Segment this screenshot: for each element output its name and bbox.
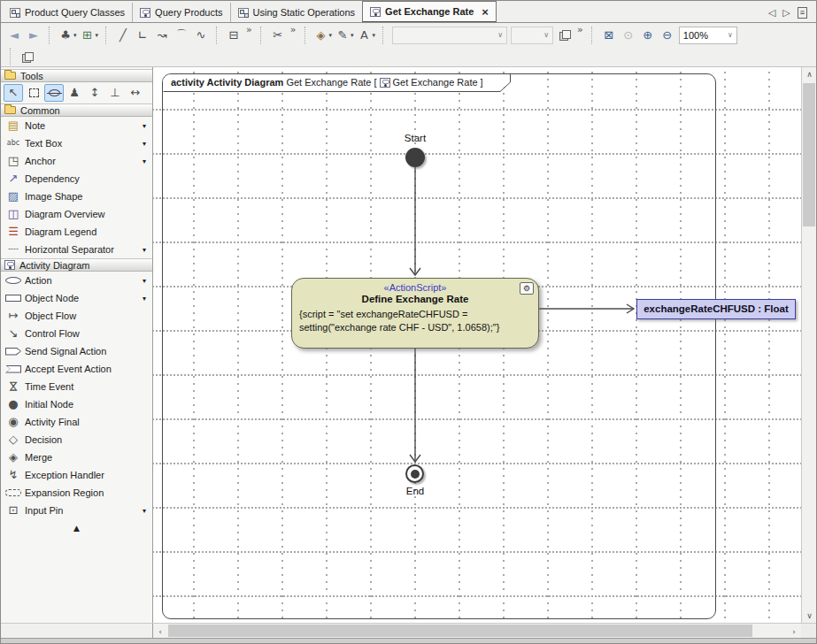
sidebar-item-control-flow[interactable]: ↘Control Flow <box>1 325 152 342</box>
straight-line-style-button[interactable]: ╱ <box>113 26 133 45</box>
tab-using-static-operations[interactable]: Using Static Operations <box>230 3 363 22</box>
forward-button[interactable]: ► <box>24 26 43 45</box>
chevron-down-icon: ▾ <box>96 32 99 39</box>
chevron-down-icon[interactable]: ▾ <box>143 507 146 515</box>
zoom-selection-button[interactable]: ⊙ <box>619 26 638 45</box>
sidebar-item-object-flow[interactable]: ↦Object Flow <box>1 307 152 325</box>
sidebar-item-expansion-region[interactable]: Expansion Region <box>1 484 152 502</box>
stereotype-combo[interactable]: ∨ <box>392 27 507 44</box>
reverse-order-tool[interactable]: ↔ <box>126 84 145 102</box>
zoom-out-button[interactable]: ⊖ <box>658 26 677 45</box>
sidebar-item-accept-event-action[interactable]: Accept Event Action <box>1 360 152 378</box>
object-node-exchange-rate[interactable]: exchangeRateCHFUSD : Float <box>636 299 796 319</box>
align-tool-icon: ⊥ <box>108 87 122 99</box>
tools-button-row: ↖♟↕⊥↔ <box>1 82 152 104</box>
image-shape-icon: ▨ <box>5 190 21 203</box>
oblique-line-style-button[interactable]: ↝ <box>152 26 172 45</box>
sidebar-item-image-shape[interactable]: ▨Image Shape <box>1 188 152 205</box>
align-tool[interactable]: ⊥ <box>105 84 125 102</box>
close-tab-icon[interactable]: × <box>482 5 489 19</box>
sidebar-item-diagram-overview[interactable]: ◫Diagram Overview <box>1 205 152 223</box>
rectilinear-line-style-button[interactable]: ∟ <box>133 26 152 45</box>
activity-final-node[interactable] <box>405 464 424 483</box>
sidebar-item-diagram-legend[interactable]: ☰Diagram Legend <box>1 223 152 241</box>
fill-color-button[interactable]: ◈▾ <box>312 26 335 45</box>
tab-product-query-classes[interactable]: Product Query Classes <box>3 3 132 22</box>
zoom-level-combo[interactable]: 100%∨ <box>679 27 737 44</box>
font-button[interactable]: A▾ <box>356 26 378 45</box>
bezier-line-style-button[interactable]: ⌒ <box>172 26 191 45</box>
activity-diagram-icon <box>380 78 390 88</box>
toolbar-overflow-1[interactable]: » <box>246 24 252 35</box>
fill-color-icon: ◈ <box>314 29 328 42</box>
sidebar-item-note[interactable]: ▤Note▾ <box>1 117 152 134</box>
zoom-out-icon: ⊖ <box>660 29 674 42</box>
sidebar-item-merge[interactable]: ◈Merge <box>1 448 152 466</box>
sidebar-item-action[interactable]: Action▾ <box>1 272 152 289</box>
previous-tab-icon[interactable]: ◁ <box>768 7 775 19</box>
scroll-left-icon[interactable]: ‹ <box>153 624 167 639</box>
scroll-down-icon[interactable]: ∨ <box>802 609 817 623</box>
sidebar-item-send-signal-action[interactable]: Send Signal Action <box>1 342 152 360</box>
grid-layout-button[interactable]: ⊞▾ <box>79 26 101 45</box>
action-node-define-exchange-rate[interactable]: ⚙ «ActionScript» Define Exchange Rate {s… <box>291 278 539 349</box>
tab-get-exchange-rate[interactable]: Get Exchange Rate× <box>362 1 497 22</box>
chevron-down-icon[interactable]: ▾ <box>143 157 146 165</box>
sidebar-item-object-node[interactable]: Object Node▾ <box>1 289 152 307</box>
custom-line-style-button[interactable]: ∿ <box>191 26 211 45</box>
chevron-down-icon[interactable]: ▾ <box>143 122 146 130</box>
vertical-scroll-thumb[interactable] <box>803 83 815 226</box>
scroll-right-icon[interactable]: › <box>787 624 801 639</box>
chevron-down-icon[interactable]: ▾ <box>143 277 146 285</box>
action-script: {script = "set exchangeRateCHFUSD = sett… <box>292 308 538 334</box>
sidebar-item-horizontal-separator[interactable]: ----Horizontal Separator▾ <box>1 241 152 258</box>
section-header-common[interactable]: Common <box>1 104 152 117</box>
back-button[interactable]: ◄ <box>4 26 24 45</box>
scroll-up-icon[interactable]: ∧ <box>802 67 817 81</box>
selection-tool[interactable]: ↖ <box>4 84 23 102</box>
sidebar-item-input-pin[interactable]: ⊡Input Pin▾ <box>1 502 152 519</box>
sidebar-item-exception-handler[interactable]: ↯Exception Handler <box>1 466 152 484</box>
pen-color-button[interactable]: ✎▾ <box>334 26 356 45</box>
sidebar-item-activity-final[interactable]: ◉Activity Final <box>1 413 152 431</box>
sidebar-item-dependency[interactable]: ↗Dependency <box>1 170 152 188</box>
sidebar-item-text-box[interactable]: abcText Box▾ <box>1 134 152 152</box>
quick-diagram-layout-button[interactable]: ♣▾ <box>57 26 79 45</box>
sidebar-item-anchor[interactable]: ◳Anchor▾ <box>1 152 152 170</box>
initial-node[interactable] <box>405 148 425 167</box>
zoom-in-button[interactable]: ⊕ <box>638 26 658 45</box>
diagram-canvas[interactable]: activity Activity Diagram Get Exchange R… <box>153 67 801 623</box>
diagram-legend-icon: ☰ <box>5 226 21 238</box>
merge-icon: ◈ <box>5 451 21 464</box>
compartment-tool[interactable] <box>44 84 64 102</box>
toolbar-separator <box>105 27 110 44</box>
tab-list-icon[interactable]: ≡ <box>798 7 807 19</box>
group-selection-tool[interactable] <box>24 84 43 102</box>
tab-query-products[interactable]: Query Products <box>132 3 229 22</box>
action-stereotype: «ActionScript» <box>292 282 538 293</box>
toolbar-overflow-2[interactable]: » <box>290 24 297 35</box>
script-gear-icon[interactable]: ⚙ <box>520 282 534 295</box>
zoom-region-button[interactable]: ⊠ <box>599 26 619 45</box>
sidebar-item-time-event[interactable]: ⋈Time Event <box>1 378 152 395</box>
chevron-down-icon[interactable]: ▾ <box>143 295 146 303</box>
chevron-down-icon[interactable]: ▾ <box>143 140 146 148</box>
cut-button[interactable]: ✂ <box>268 26 288 45</box>
sidebar-item-initial-node[interactable]: ●Initial Node <box>1 395 152 413</box>
chevron-down-icon[interactable]: ▾ <box>143 246 146 254</box>
section-header-activity-diagram[interactable]: Activity Diagram <box>1 258 152 272</box>
sticky-tool[interactable]: ♟ <box>65 84 84 102</box>
toolbar-overflow-3[interactable]: » <box>577 24 583 35</box>
horizontal-scroll-thumb[interactable] <box>168 625 752 637</box>
palette-scroll-up-button[interactable]: ▲ <box>1 524 152 533</box>
sidebar-item-decision[interactable]: ◇Decision <box>1 431 152 448</box>
make-same-size-button[interactable]: ⊟ <box>224 26 243 45</box>
vertical-distribute-tool[interactable]: ↕ <box>85 84 104 102</box>
section-header-tools[interactable]: Tools <box>1 69 152 82</box>
font-size-combo[interactable]: ∨ <box>511 27 553 44</box>
layers-button[interactable] <box>555 26 574 45</box>
toolbar-row-2 <box>1 47 816 66</box>
show-containment-button[interactable] <box>18 47 37 66</box>
next-tab-icon[interactable]: ▷ <box>782 7 790 19</box>
toolbar-separator <box>304 27 309 44</box>
